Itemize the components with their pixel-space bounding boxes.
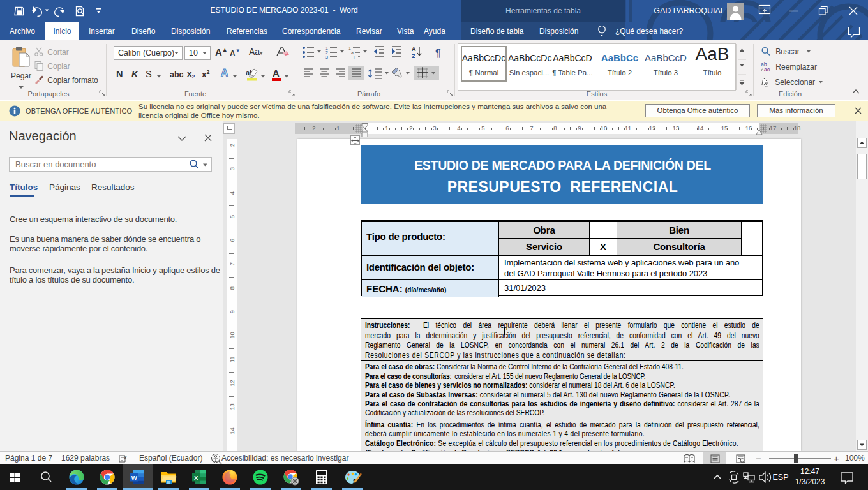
svg-text:W: W [131,474,137,481]
svg-text:1: 1 [326,46,328,50]
svg-text:a: a [351,50,354,55]
svg-text:A: A [412,46,416,52]
svg-text:X: X [194,474,198,481]
svg-text:2: 2 [326,50,328,55]
svg-text:x: x [124,454,127,461]
svg-text:1: 1 [348,46,351,50]
svg-text:Z: Z [412,53,415,59]
svg-text:¶: ¶ [435,48,441,59]
svg-text:ac: ac [764,66,770,71]
svg-text:i: i [354,55,355,59]
svg-text:3: 3 [326,55,328,59]
